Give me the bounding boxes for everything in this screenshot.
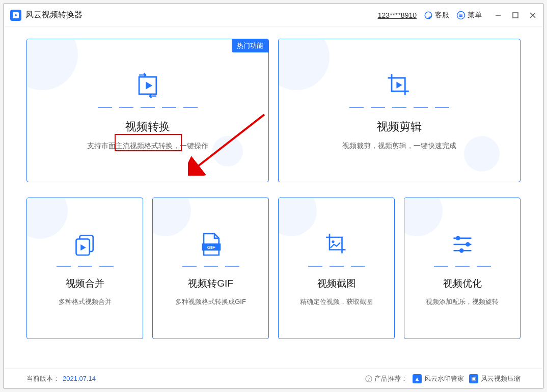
recommend-compress[interactable]: ▣ 风云视频压缩 <box>469 374 521 383</box>
app-badge-icon: ▲ <box>413 374 422 383</box>
content-area: 热门功能 视频转换 支持市面主流视频格式转换，一键操作 <box>4 26 543 369</box>
recommend-label: ? 产品推荐： <box>365 374 407 383</box>
maximize-icon <box>512 12 518 18</box>
svg-text:?: ? <box>368 376 370 381</box>
close-button[interactable] <box>529 11 537 19</box>
screenshot-icon <box>322 230 351 259</box>
menu-button[interactable]: 菜单 <box>456 11 482 20</box>
maximize-button[interactable] <box>511 11 519 19</box>
card-video-screenshot[interactable]: 视频截图 精确定位视频，获取截图 <box>278 198 395 339</box>
card-desc: 视频添加配乐，视频旋转 <box>426 297 499 306</box>
dash-divider <box>98 107 198 108</box>
sliders-icon <box>448 230 477 259</box>
card-title: 视频优化 <box>443 277 482 290</box>
gif-icon: GIF <box>197 230 225 259</box>
card-desc: 多种格式视频合并 <box>59 297 112 306</box>
version-label: 当前版本： <box>26 374 60 383</box>
card-video-merge[interactable]: 视频合并 多种格式视频合并 <box>26 198 143 339</box>
card-video-optimize[interactable]: 视频优化 视频添加配乐，视频旋转 <box>404 198 521 339</box>
titlebar: 风云视频转换器 123****8910 客服 菜单 <box>4 4 543 26</box>
svg-marker-14 <box>396 82 402 89</box>
svg-point-1 <box>430 16 431 17</box>
merge-icon <box>71 230 99 259</box>
app-logo-icon <box>10 10 21 21</box>
convert-icon <box>132 70 163 101</box>
app-window: 风云视频转换器 123****8910 客服 菜单 <box>4 4 543 388</box>
minimize-icon <box>495 12 502 19</box>
card-title: 视频转换 <box>125 119 170 134</box>
hot-badge: 热门功能 <box>232 39 268 52</box>
footer: 当前版本： 2021.07.14 ? 产品推荐： ▲ 风云水印管家 ▣ 风云视频… <box>4 369 543 388</box>
help-icon: ? <box>365 375 372 382</box>
svg-point-26 <box>459 248 463 253</box>
svg-point-24 <box>466 242 470 247</box>
svg-point-20 <box>332 240 334 243</box>
dash-divider <box>182 266 239 267</box>
minimize-button[interactable] <box>494 11 502 19</box>
dash-divider <box>434 266 491 267</box>
close-icon <box>529 12 536 19</box>
recommend-label-2: 风云视频压缩 <box>481 374 521 383</box>
bg-deco <box>404 198 520 339</box>
bg-deco <box>27 39 268 182</box>
svg-point-22 <box>455 236 460 240</box>
dash-divider <box>57 266 114 267</box>
dash-divider <box>349 107 449 108</box>
card-desc: 支持市面主流视频格式转换，一键操作 <box>87 142 208 151</box>
svg-marker-11 <box>146 82 152 90</box>
recommend-label-1: 风云水印管家 <box>424 374 464 383</box>
card-title: 视频转GIF <box>188 277 233 290</box>
headset-icon <box>424 11 433 20</box>
menu-icon <box>456 11 466 20</box>
phone-link[interactable]: 123****8910 <box>378 11 417 19</box>
card-video-gif[interactable]: GIF 视频转GIF 多种视频格式转换成GIF <box>152 198 269 339</box>
bg-deco <box>27 198 143 339</box>
support-button[interactable]: 客服 <box>424 11 449 20</box>
recommend-watermark[interactable]: ▲ 风云水印管家 <box>413 374 464 383</box>
card-video-edit[interactable]: 视频剪辑 视频裁剪，视频剪辑，一键快速完成 <box>278 39 521 182</box>
card-desc: 视频裁剪，视频剪辑，一键快速完成 <box>342 142 456 151</box>
bg-deco <box>279 39 520 182</box>
dash-divider <box>308 266 365 267</box>
card-video-convert[interactable]: 热门功能 视频转换 支持市面主流视频格式转换，一键操作 <box>26 39 269 182</box>
card-desc: 精确定位视频，获取截图 <box>300 297 373 306</box>
card-title: 视频剪辑 <box>377 119 422 134</box>
card-desc: 多种视频格式转换成GIF <box>175 297 246 306</box>
app-badge-icon: ▣ <box>469 374 478 383</box>
svg-rect-7 <box>513 13 518 18</box>
crop-icon <box>384 70 415 101</box>
app-title: 风云视频转换器 <box>25 10 83 20</box>
bg-deco <box>153 198 268 339</box>
svg-text:GIF: GIF <box>207 244 215 250</box>
card-title: 视频合并 <box>66 277 104 290</box>
support-label: 客服 <box>435 11 449 20</box>
card-title: 视频截图 <box>317 277 356 290</box>
version-value: 2021.07.14 <box>63 375 96 382</box>
menu-label: 菜单 <box>468 11 482 20</box>
bg-deco <box>279 198 394 339</box>
